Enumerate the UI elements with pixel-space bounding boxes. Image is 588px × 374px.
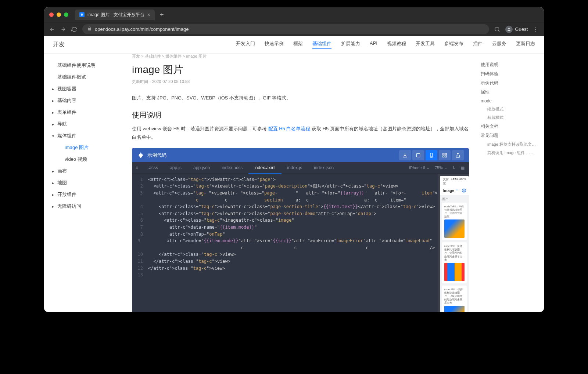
sidebar-item[interactable]: ▸基础内容 [44,95,123,106]
updated-time: 更新时间：2020-07-20 08:10:58 [132,79,469,84]
caret-icon: ▸ [52,204,56,208]
phone-status-bar: 支付宝14:57100% [440,176,469,186]
toc-item[interactable]: 裁剪模式 [481,113,541,122]
code-demo-panel: 示例代码 ≡ .acssapp.jsapp.jsonindex.acssinde [132,148,469,312]
sidebar-item[interactable]: image 图片 [44,142,123,153]
toc-item[interactable]: 真机调用 image 组件，… [481,149,541,157]
window-controls[interactable] [49,12,68,17]
nav-item[interactable]: API [370,40,377,49]
svg-rect-6 [445,153,447,155]
sidebar-item[interactable]: video 视频 [44,153,123,165]
browser-tab[interactable]: 支 image 图片 - 支付宝开放平台 × [75,10,155,20]
sidebar-item-label: image 图片 [65,144,89,151]
toc-item[interactable]: 缩放模式 [481,105,541,113]
usage-paragraph: 使用 webview 嵌套 H5 时，若遇到图片资源不显示问题，可参考 配置 H… [132,124,469,142]
preview-image [444,219,465,238]
chevron-down-icon: ⌄ [426,166,430,170]
ide-file-tab[interactable]: .acss [142,162,164,174]
svg-point-1 [508,28,510,29]
profile-button[interactable]: Guest [505,26,528,33]
nav-item[interactable]: 框架 [293,40,303,49]
caret-icon: ▸ [52,169,56,173]
toc-item[interactable]: 相关文档 [481,122,541,131]
nav-item[interactable]: 开发工具 [416,40,435,49]
sidebar-item[interactable]: ▸地图 [44,177,123,189]
sidebar-item-label: 基础组件使用说明 [57,62,96,69]
sidebar-item[interactable]: ▸画布 [44,165,123,177]
more-icon[interactable]: ⋯ [456,188,460,193]
code-editor[interactable]: 1<attr-c">class="tag-c">view attr-c">cla… [132,174,438,312]
ide-file-tab[interactable]: index.json [308,162,340,174]
zoom-selector[interactable]: 75% ⌄ [435,166,447,170]
description: 图片。支持 JPG、PNG、SVG、WEBP（iOS 不支持动图）、GIF 等格… [132,94,469,102]
sidebar-item[interactable]: ▸无障碍访问 [44,200,123,212]
ide-icon-1[interactable] [412,150,424,160]
nav-item[interactable]: 扩展能力 [341,40,360,49]
toc-item[interactable]: 使用说明 [481,60,541,69]
browser-menu-button[interactable]: ⋮ [533,26,539,33]
toc-item[interactable]: mode [481,97,541,105]
minimize-window-icon[interactable] [57,12,61,17]
toc-item[interactable]: 扫码体验 [481,69,541,79]
caret-icon: ▸ [52,87,56,91]
caret-icon: ▾ [52,134,56,138]
preview-item-label: scaleToFill：不保持纵横比缩放图片，使图片完全适应 [444,205,465,218]
nav-item[interactable]: 插件 [473,40,483,49]
caret-icon: ▸ [52,193,56,197]
nav-item[interactable]: 基础组件 [312,40,331,49]
share-button[interactable] [452,150,464,160]
sidebar-item[interactable]: ▸开放组件 [44,189,123,200]
ide-file-tab[interactable]: index.axml [248,162,281,174]
sidebar-item[interactable]: ▾媒体组件 [44,130,123,142]
ide-file-tab[interactable]: index.js [282,162,308,174]
close-window-icon[interactable] [49,12,54,17]
nav-item[interactable]: 更新日志 [516,40,535,49]
svg-rect-2 [416,153,420,157]
sidebar-item[interactable]: ▸视图容器 [44,83,123,95]
toc-item[interactable]: 属性 [481,88,541,97]
whitelist-link[interactable]: 配置 H5 白名单流程 [268,126,311,131]
new-tab-button[interactable]: + [160,11,164,19]
sidebar-item[interactable]: ▸表单组件 [44,106,123,118]
device-selector[interactable]: iPhone 6 ⌄ [409,166,430,170]
reload-button[interactable] [71,26,77,32]
ide-file-tab[interactable]: app.json [187,162,216,174]
ide-file-tab[interactable]: index.acss [216,162,248,174]
search-icon[interactable] [494,26,500,32]
nav-item[interactable]: 视频教程 [387,40,406,49]
caret-icon: ▸ [52,122,56,126]
close-tab-icon[interactable]: × [147,12,150,18]
sidebar-item-label: 基础内容 [57,97,76,104]
url-text: opendocs.alipay.com/mini/component/image [95,26,189,32]
grid-icon[interactable]: ▦ [461,166,465,170]
svg-rect-5 [443,153,444,155]
close-circle-icon[interactable]: ⓧ [462,188,466,193]
toc-item[interactable]: 示例代码 [481,79,541,88]
nav-item[interactable]: 快速示例 [265,40,284,49]
preview-section-heading: 图片 [442,197,467,201]
sidebar-item[interactable]: 基础组件概览 [44,71,123,83]
nav-item[interactable]: 多端发布 [444,40,463,49]
nav-item[interactable]: 云服务 [492,40,506,49]
toc-item[interactable]: image 标签支持读取流文… [481,140,541,149]
maximize-window-icon[interactable] [64,12,68,17]
forward-button[interactable] [60,26,66,32]
sidebar-item-label: 地图 [57,179,67,186]
phone-preview-button[interactable] [426,150,437,160]
toc-item[interactable]: 常见问题 [481,131,541,140]
section-heading-usage: 使用说明 [132,110,469,120]
sidebar-item[interactable]: ▸导航 [44,118,123,130]
sidebar-item[interactable]: 基础组件使用说明 [44,59,123,71]
ide-hamburger[interactable]: ≡ [132,162,142,174]
profile-label: Guest [515,26,528,32]
nav-item[interactable]: 开发入门 [236,40,255,49]
ide-title: 示例代码 [147,152,166,159]
caret-icon: ▸ [52,110,56,115]
download-button[interactable] [399,150,411,160]
qr-button[interactable] [439,150,451,160]
reload-preview-icon[interactable]: ↻ [452,166,456,170]
back-button[interactable] [49,26,55,32]
address-bar[interactable]: opendocs.alipay.com/mini/component/image [82,24,489,34]
ide-file-tab[interactable]: app.js [164,162,187,174]
favicon-icon: 支 [79,12,85,17]
